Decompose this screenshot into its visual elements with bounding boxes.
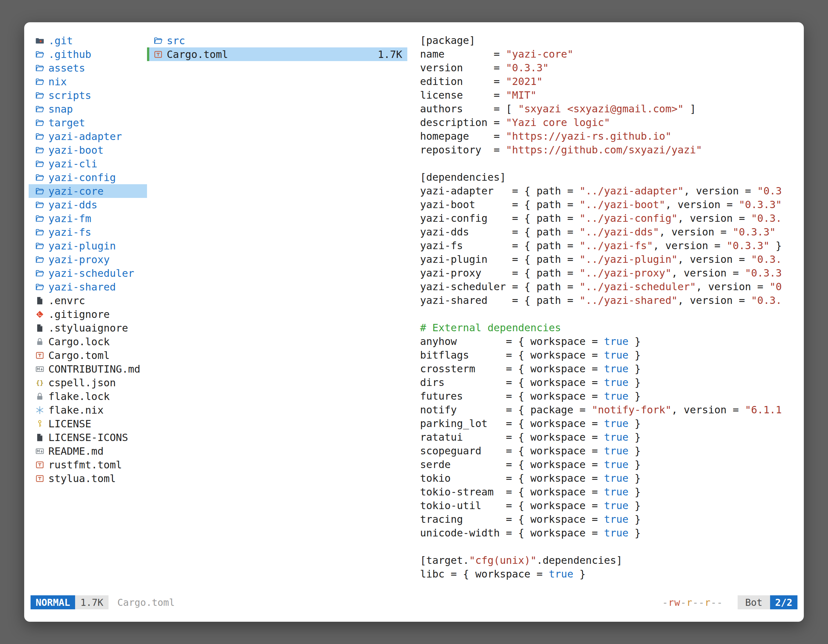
preview-line: [dependencies] <box>420 171 804 184</box>
folder-icon <box>35 91 47 100</box>
preview-line: libc = { workspace = true } <box>420 567 804 581</box>
parent-pane-row-nix[interactable]: nix <box>29 75 147 88</box>
parent-pane-row-.github[interactable]: .github <box>29 47 147 61</box>
parent-pane-row-LICENSE[interactable]: LICENSE <box>29 417 147 431</box>
file-permissions: -rw-r--r-- <box>662 597 723 608</box>
parent-pane-row-assets[interactable]: assets <box>29 61 147 75</box>
preview-line: parking_lot = { workspace = true } <box>420 417 804 431</box>
parent-pane-row-LICENSE-ICONS[interactable]: LICENSE-ICONS <box>29 431 147 444</box>
parent-pane-row-snap[interactable]: snap <box>29 102 147 116</box>
parent-pane-row-README.md[interactable]: README.md <box>29 444 147 458</box>
file-label: README.md <box>49 445 104 457</box>
file-label: scripts <box>49 89 91 102</box>
preview-line: [package] <box>420 34 804 47</box>
status-bar-right: -rw-r--r-- Bot 2/2 <box>662 595 797 610</box>
parent-pane-row-target[interactable]: target <box>29 116 147 130</box>
parent-pane-row-yazi-fm[interactable]: yazi-fm <box>29 212 147 225</box>
file-label: flake.lock <box>49 390 110 403</box>
parent-pane-row-CONTRIBUTING.md[interactable]: CONTRIBUTING.md <box>29 362 147 376</box>
git-folder-icon <box>35 36 47 45</box>
parent-pane-row-yazi-shared[interactable]: yazi-shared <box>29 280 147 294</box>
file-size: 1.7K <box>378 49 402 60</box>
folder-icon <box>35 104 47 114</box>
parent-pane-row-yazi-cli[interactable]: yazi-cli <box>29 157 147 171</box>
parent-pane-row-Cargo.toml[interactable]: Cargo.toml <box>29 348 147 362</box>
preview-line: description = "Yazi core logic" <box>420 116 804 130</box>
preview-line: homepage = "https://yazi-rs.github.io" <box>420 130 804 143</box>
file-preview-pane[interactable]: [package]name = "yazi-core"version = "0.… <box>407 34 804 594</box>
parent-pane-row-yazi-adapter[interactable]: yazi-adapter <box>29 130 147 143</box>
parent-pane-row-yazi-core[interactable]: yazi-core <box>29 184 147 198</box>
file-label: LICENSE-ICONS <box>49 431 128 443</box>
folder-icon <box>35 146 47 155</box>
parent-pane-row-yazi-dds[interactable]: yazi-dds <box>29 198 147 212</box>
folder-icon <box>35 214 47 223</box>
file-icon <box>35 296 47 306</box>
file-label: yazi-shared <box>49 281 116 293</box>
preview-line: yazi-boot = { path = "../yazi-boot", ver… <box>420 198 804 212</box>
file-label: LICENSE <box>49 418 91 430</box>
preview-line: dirs = { workspace = true } <box>420 376 804 389</box>
parent-pane-row-.styluaignore[interactable]: .styluaignore <box>29 321 147 335</box>
license-icon <box>35 419 47 429</box>
file-label: rustfmt.toml <box>49 459 122 471</box>
parent-pane-row-rustfmt.toml[interactable]: rustfmt.toml <box>29 458 147 472</box>
file-label: yazi-dds <box>49 199 97 211</box>
parent-pane-row-Cargo.lock[interactable]: Cargo.lock <box>29 335 147 348</box>
file-label: Cargo.lock <box>49 336 110 348</box>
json-icon: {} <box>35 378 47 387</box>
parent-pane-row-yazi-fs[interactable]: yazi-fs <box>29 225 147 239</box>
file-label: src <box>167 34 185 47</box>
folder-icon <box>154 36 165 45</box>
status-bar-left: NORMAL 1.7K Cargo.toml <box>31 595 175 610</box>
file-label: Cargo.toml <box>49 349 110 362</box>
toml-icon <box>35 351 47 360</box>
parent-pane-row-yazi-boot[interactable]: yazi-boot <box>29 143 147 157</box>
parent-pane-row-yazi-config[interactable]: yazi-config <box>29 171 147 184</box>
file-label: .envrc <box>49 295 85 307</box>
file-label: yazi-boot <box>49 144 104 156</box>
parent-pane-row-.git[interactable]: .git <box>29 34 147 47</box>
folder-icon <box>35 173 47 182</box>
parent-pane-row-yazi-scheduler[interactable]: yazi-scheduler <box>29 266 147 280</box>
folder-icon <box>35 241 47 251</box>
preview-line: authors = [ "sxyazi <sxyazi@gmail.com>" … <box>420 102 804 116</box>
file-label: .git <box>49 34 73 47</box>
preview-line: serde = { workspace = true } <box>420 458 804 472</box>
status-bar: NORMAL 1.7K Cargo.toml -rw-r--r-- Bot 2/… <box>31 595 797 610</box>
parent-pane-row-flake.nix[interactable]: flake.nix <box>29 403 147 417</box>
file-label: assets <box>49 62 85 74</box>
parent-pane-row-.envrc[interactable]: .envrc <box>29 294 147 307</box>
preview-line: yazi-scheduler = { path = "../yazi-sched… <box>420 280 804 294</box>
folder-icon <box>35 200 47 210</box>
folder-icon <box>35 118 47 128</box>
preview-line: name = "yazi-core" <box>420 47 804 61</box>
file-label: yazi-plugin <box>49 240 116 252</box>
current-pane-row-Cargo.toml[interactable]: Cargo.toml1.7K <box>147 47 407 61</box>
preview-line <box>420 157 804 171</box>
file-label: .styluaignore <box>49 322 128 334</box>
parent-pane-row-yazi-plugin[interactable]: yazi-plugin <box>29 239 147 253</box>
svg-text:{}: {} <box>36 379 44 386</box>
preview-line: futures = { workspace = true } <box>420 389 804 403</box>
file-label: .github <box>49 49 91 60</box>
file-label: nix <box>49 76 67 88</box>
folder-icon <box>35 159 47 169</box>
preview-line: yazi-proxy = { path = "../yazi-proxy", v… <box>420 266 804 280</box>
preview-line: tokio-stream = { workspace = true } <box>420 485 804 499</box>
status-filename: Cargo.toml <box>118 597 175 608</box>
file-label: cspell.json <box>49 377 116 389</box>
parent-pane-row-scripts[interactable]: scripts <box>29 88 147 102</box>
preview-line: repository = "https://github.com/sxyazi/… <box>420 143 804 157</box>
preview-line: yazi-dds = { path = "../yazi-dds", versi… <box>420 225 804 239</box>
parent-pane-row-cspell.json[interactable]: {}cspell.json <box>29 376 147 389</box>
parent-pane-row-yazi-proxy[interactable]: yazi-proxy <box>29 253 147 266</box>
file-icon <box>35 433 47 442</box>
current-pane-row-src[interactable]: src <box>147 34 407 47</box>
preview-line: anyhow = { workspace = true } <box>420 335 804 348</box>
parent-pane-row-stylua.toml[interactable]: stylua.toml <box>29 472 147 485</box>
preview-line: scopeguard = { workspace = true } <box>420 444 804 458</box>
parent-pane-row-flake.lock[interactable]: flake.lock <box>29 389 147 403</box>
file-label: stylua.toml <box>49 473 116 484</box>
parent-pane-row-.gitignore[interactable]: .gitignore <box>29 307 147 321</box>
